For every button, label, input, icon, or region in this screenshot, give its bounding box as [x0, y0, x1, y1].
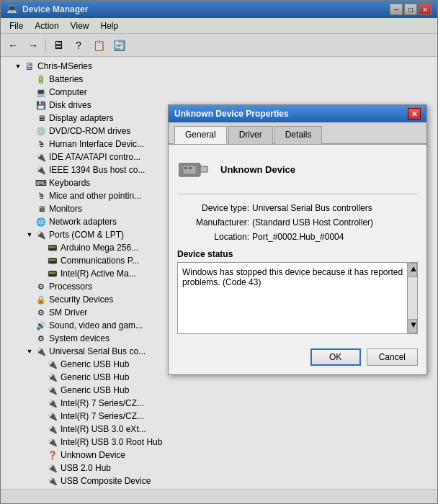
prop-location: Location: Port_#0002.Hub_#0004: [177, 232, 418, 242]
scrollbar-up-arrow[interactable]: ▲: [408, 263, 417, 277]
device-name: Unknown Device: [220, 164, 295, 175]
status-section-label: Device status: [177, 249, 418, 259]
usb-drive-svg: [179, 158, 210, 180]
prop-loc-label: Location:: [177, 232, 249, 242]
prop-mfr-value: (Standard USB Host Controller): [252, 217, 373, 228]
scrollbar-down-arrow[interactable]: ▼: [408, 319, 417, 333]
prop-type-value: Universal Serial Bus controllers: [252, 203, 372, 213]
svg-rect-3: [184, 167, 187, 169]
device-status-section: Device status Windows has stopped this d…: [177, 249, 418, 334]
unknown-device-dialog: Unknown Device Properties ✕ General Driv…: [168, 104, 427, 375]
prop-device-type: Device type: Universal Serial Bus contro…: [177, 203, 418, 213]
device-large-icon: [177, 156, 212, 182]
device-status-box[interactable]: Windows has stopped this device because …: [177, 262, 418, 334]
dialog-tabs: General Driver Details: [169, 122, 426, 145]
dialog-body: Unknown Device Device type: Universal Se…: [169, 145, 426, 343]
cancel-button[interactable]: Cancel: [367, 348, 418, 366]
dialog-close-button[interactable]: ✕: [408, 108, 421, 120]
tab-driver[interactable]: Driver: [228, 126, 273, 144]
svg-rect-4: [189, 167, 192, 169]
dialog-title: Unknown Device Properties: [174, 109, 289, 119]
prop-manufacturer: Manufacturer: (Standard USB Host Control…: [177, 217, 418, 228]
dialog-overlay: Unknown Device Properties ✕ General Driv…: [0, 0, 438, 504]
prop-type-label: Device type:: [177, 203, 249, 213]
tab-general[interactable]: General: [174, 126, 227, 144]
divider-1: [177, 194, 418, 194]
svg-rect-2: [200, 166, 207, 172]
properties-table: Device type: Universal Serial Bus contro…: [177, 203, 418, 242]
svg-rect-1: [183, 166, 196, 174]
status-scrollbar[interactable]: ▲ ▼: [407, 263, 417, 333]
prop-mfr-label: Manufacturer:: [177, 217, 249, 228]
ok-button[interactable]: OK: [310, 348, 361, 366]
device-header: Unknown Device: [177, 153, 418, 185]
dialog-footer: OK Cancel: [169, 343, 426, 374]
prop-loc-value: Port_#0002.Hub_#0004: [252, 232, 344, 242]
device-status-text: Windows has stopped this device because …: [182, 267, 403, 287]
tab-details[interactable]: Details: [274, 126, 323, 144]
dialog-title-bar: Unknown Device Properties ✕: [169, 105, 426, 122]
